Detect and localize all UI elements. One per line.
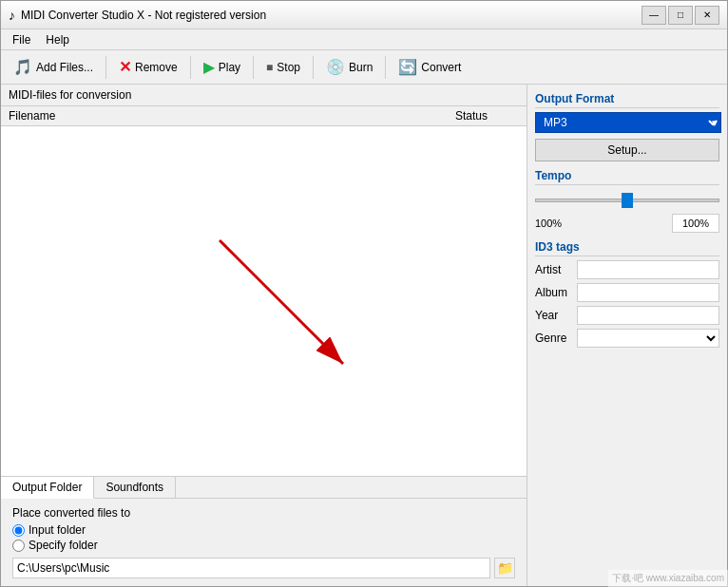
add-files-icon: 🎵 xyxy=(13,58,32,76)
folder-path-input[interactable] xyxy=(12,558,490,578)
separator-5 xyxy=(385,56,386,79)
files-table-header: Filename Status xyxy=(1,106,527,126)
left-panel: MIDI-files for conversion Filename Statu… xyxy=(1,85,527,586)
id3-title: ID3 tags xyxy=(535,240,719,256)
id3-year-row: Year xyxy=(535,306,719,325)
minimize-button[interactable]: — xyxy=(642,6,666,25)
app-icon: ♪ xyxy=(9,8,15,23)
convert-label: Convert xyxy=(421,61,461,74)
radio-specify-folder: Specify folder xyxy=(12,539,515,552)
burn-label: Burn xyxy=(349,61,373,74)
right-panel: Output Format MP3 WAV OGG FLAC WMA ▼ Set… xyxy=(527,85,727,586)
setup-button[interactable]: Setup... xyxy=(535,139,719,161)
main-window: ♪ MIDI Converter Studio X - Not register… xyxy=(0,0,728,587)
play-label: Play xyxy=(219,61,240,74)
separator-1 xyxy=(105,56,106,79)
album-input[interactable] xyxy=(577,283,719,302)
radio-specify-folder-label: Specify folder xyxy=(29,539,98,552)
tab-output-folder[interactable]: Output Folder xyxy=(1,477,94,499)
title-bar: ♪ MIDI Converter Studio X - Not register… xyxy=(1,1,727,29)
tempo-input[interactable] xyxy=(672,214,719,233)
stop-label: Stop xyxy=(277,61,300,74)
svg-line-1 xyxy=(220,240,343,364)
convert-icon: 🔄 xyxy=(398,58,417,76)
play-icon: ▶ xyxy=(203,58,215,76)
close-button[interactable]: ✕ xyxy=(695,6,719,25)
tempo-section: Tempo 100% xyxy=(535,169,719,233)
folder-path-row: 📁 xyxy=(12,558,515,578)
year-label: Year xyxy=(535,309,573,322)
files-header: MIDI-files for conversion xyxy=(1,85,527,106)
col-filename-header: Filename xyxy=(9,109,424,123)
toolbar: 🎵 Add Files... ✕ Remove ▶ Play ■ Stop 💿 … xyxy=(1,50,727,85)
place-label: Place converted files to xyxy=(12,506,515,520)
format-select[interactable]: MP3 WAV OGG FLAC WMA xyxy=(535,112,721,133)
folder-browse-button[interactable]: 📁 xyxy=(494,558,515,578)
separator-2 xyxy=(190,56,191,79)
files-list xyxy=(1,126,527,476)
remove-label: Remove xyxy=(135,61,178,74)
tempo-thumb xyxy=(622,193,633,208)
radio-specify-folder-input[interactable] xyxy=(12,540,25,552)
tabs-bar: Output Folder Soundfonts xyxy=(1,477,527,499)
radio-input-folder: Input folder xyxy=(12,523,515,537)
col-status-header: Status xyxy=(424,109,519,123)
title-bar-left: ♪ MIDI Converter Studio X - Not register… xyxy=(9,8,266,23)
tempo-values: 100% xyxy=(535,214,719,233)
format-row: MP3 WAV OGG FLAC WMA ▼ xyxy=(535,112,719,133)
add-files-label: Add Files... xyxy=(36,61,93,74)
tab-soundfonts[interactable]: Soundfonts xyxy=(94,477,176,498)
burn-icon: 💿 xyxy=(326,58,345,76)
stop-icon: ■ xyxy=(266,61,273,74)
genre-label: Genre xyxy=(535,331,573,345)
artist-label: Artist xyxy=(535,263,573,276)
genre-select[interactable] xyxy=(577,329,719,348)
convert-button[interactable]: 🔄 Convert xyxy=(390,54,469,81)
id3-section: ID3 tags Artist Album Year Genre xyxy=(535,240,719,351)
stop-button[interactable]: ■ Stop xyxy=(258,54,309,81)
window-title: MIDI Converter Studio X - Not registered… xyxy=(21,9,266,22)
remove-icon: ✕ xyxy=(119,58,131,76)
bottom-section: Output Folder Soundfonts Place converted… xyxy=(1,476,527,586)
menu-help[interactable]: Help xyxy=(38,31,77,48)
id3-artist-row: Artist xyxy=(535,260,719,279)
tempo-left-value: 100% xyxy=(535,218,562,229)
arrow-annotation xyxy=(191,221,381,392)
remove-button[interactable]: ✕ Remove xyxy=(110,54,186,81)
add-files-button[interactable]: 🎵 Add Files... xyxy=(5,54,102,81)
title-bar-controls: — □ ✕ xyxy=(642,6,719,25)
folder-icon: 📁 xyxy=(497,560,513,576)
menu-bar: File Help xyxy=(1,29,727,50)
id3-album-row: Album xyxy=(535,283,719,302)
output-folder-content: Place converted files to Input folder Sp… xyxy=(1,499,527,586)
tempo-slider-container xyxy=(535,191,719,210)
radio-input-folder-input[interactable] xyxy=(12,524,25,537)
burn-button[interactable]: 💿 Burn xyxy=(317,54,381,81)
year-input[interactable] xyxy=(577,306,719,325)
main-content: MIDI-files for conversion Filename Statu… xyxy=(1,85,727,586)
watermark: 下载·吧 www.xiazaiba.com xyxy=(608,570,728,587)
maximize-button[interactable]: □ xyxy=(668,6,693,25)
tempo-title: Tempo xyxy=(535,169,719,185)
id3-genre-row: Genre xyxy=(535,329,719,348)
separator-4 xyxy=(313,56,314,79)
radio-group: Place converted files to Input folder Sp… xyxy=(12,506,515,552)
output-format-section: Output Format MP3 WAV OGG FLAC WMA ▼ Set… xyxy=(535,92,719,161)
album-label: Album xyxy=(535,286,573,299)
menu-file[interactable]: File xyxy=(5,31,38,48)
output-format-title: Output Format xyxy=(535,92,719,108)
artist-input[interactable] xyxy=(577,260,719,279)
separator-3 xyxy=(253,56,254,79)
play-button[interactable]: ▶ Play xyxy=(195,54,249,81)
radio-input-folder-label: Input folder xyxy=(29,523,86,537)
